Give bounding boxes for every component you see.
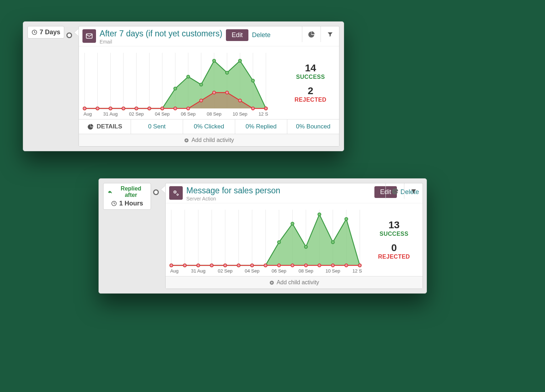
clock-icon [31,29,37,35]
svg-text:02 Sep: 02 Sep [129,111,144,117]
svg-point-94 [237,264,240,267]
svg-point-92 [210,264,213,267]
svg-point-100 [318,264,321,267]
svg-point-26 [200,83,202,86]
details-replied[interactable]: 0% Replied [235,119,287,134]
svg-point-43 [226,91,228,94]
svg-point-32 [83,107,86,110]
card-header: Message for sales person Server Action E… [166,183,423,203]
svg-point-93 [224,264,227,267]
stats-column: 13 SUCCESS 0 REJECTED [365,203,423,276]
details-head: DETAILS [79,119,131,134]
pie-chart-icon[interactable] [385,183,404,199]
svg-point-102 [345,264,348,267]
svg-text:08 Sep: 08 Sep [207,111,221,117]
svg-text:06 Sep: 06 Sep [272,268,286,274]
svg-point-84 [304,245,307,248]
svg-text:29 Aug: 29 Aug [169,268,178,274]
add-child-activity[interactable]: Add child activity [166,276,423,289]
plus-circle-icon [269,280,274,285]
trigger-text: 1 Hours [119,200,143,207]
success-label: SUCCESS [296,74,325,80]
svg-point-97 [278,264,281,267]
chart-area: 29 Aug31 Aug02 Sep04 Sep06 Sep08 Sep10 S… [79,46,282,119]
svg-point-98 [291,264,294,267]
add-child-activity[interactable]: Add child activity [79,134,339,146]
add-child-label: Add child activity [277,279,319,286]
details-sent[interactable]: 0 Sent [131,119,183,134]
svg-point-89 [170,264,173,267]
success-count: 13 [388,219,399,231]
plus-circle-icon [184,138,189,143]
svg-text:10 Sep: 10 Sep [233,111,247,117]
card-pointer [161,186,165,193]
svg-point-87 [345,218,348,220]
svg-point-39 [174,107,177,110]
svg-point-29 [238,59,241,62]
success-count: 14 [305,62,316,74]
svg-point-35 [122,107,125,110]
details-head-label: DETAILS [97,123,122,130]
svg-point-46 [264,107,267,110]
svg-point-24 [174,87,177,90]
rejected-label: REJECTED [378,254,410,260]
svg-point-36 [135,107,138,110]
svg-text:12 Sep: 12 Sep [258,111,268,117]
svg-point-42 [213,91,216,94]
gears-icon [169,186,183,200]
svg-point-58 [177,194,178,195]
timeline-marker [153,189,159,195]
svg-text:04 Sep: 04 Sep [245,268,259,274]
trigger-pill-wrap: 7 Days [27,26,79,39]
svg-point-25 [187,75,190,78]
activity-chart: 29 Aug31 Aug02 Sep04 Sep06 Sep08 Sep10 S… [169,207,362,275]
details-row: DETAILS 0 Sent 0% Clicked 0% Replied 0% … [79,119,339,134]
activity-card-body: After 7 days (if not yet customers) Emai… [79,26,339,147]
svg-text:06 Sep: 06 Sep [181,111,196,117]
activity-title[interactable]: Message for sales person [186,186,280,195]
card-pointer [74,29,79,36]
edit-button[interactable]: Edit [226,29,248,41]
filter-icon[interactable] [321,26,339,42]
filter-icon[interactable] [404,183,423,199]
svg-point-82 [278,241,281,244]
pie-chart-icon[interactable] [302,26,321,42]
svg-text:29 Aug: 29 Aug [82,111,92,117]
svg-point-96 [264,264,267,267]
activity-chart: 29 Aug31 Aug02 Sep04 Sep06 Sep08 Sep10 S… [82,50,268,118]
details-bounced[interactable]: 0% Bounced [287,119,339,134]
svg-point-38 [161,107,164,110]
svg-point-86 [331,241,334,244]
activity-card-1: 7 Days After 7 days (if not yet customer… [23,21,344,151]
svg-point-37 [148,107,151,110]
activity-title[interactable]: After 7 days (if not yet customers) [100,29,222,38]
svg-point-85 [318,213,321,216]
details-clicked[interactable]: 0% Clicked [183,119,235,134]
svg-point-95 [251,264,253,267]
svg-point-41 [200,99,202,102]
svg-text:31 Aug: 31 Aug [191,268,206,274]
trigger-pill[interactable]: Replied after 1 Hours [103,183,151,210]
svg-text:31 Aug: 31 Aug [103,111,118,117]
card-header: After 7 days (if not yet customers) Emai… [79,26,339,46]
activity-card-body: Message for sales person Server Action E… [165,183,423,289]
rejected-count: 0 [391,242,397,254]
timeline-marker [66,32,72,38]
svg-point-30 [252,79,254,82]
clock-icon [111,200,117,207]
replied-label: Replied after [115,185,147,198]
envelope-icon [82,29,96,43]
svg-point-83 [291,222,294,225]
svg-point-90 [183,264,186,267]
svg-point-99 [304,264,307,267]
svg-point-33 [96,107,99,110]
trigger-pill[interactable]: 7 Days [27,26,64,39]
stats-column: 14 SUCCESS 2 REJECTED [282,46,339,119]
svg-point-34 [109,107,112,110]
svg-text:12 Sep: 12 Sep [352,268,362,274]
activity-subtitle: Email [100,39,222,45]
svg-text:02 Sep: 02 Sep [218,268,232,274]
trigger-text: 7 Days [40,29,60,36]
delete-button[interactable]: Delete [252,31,271,39]
svg-point-44 [238,99,241,102]
